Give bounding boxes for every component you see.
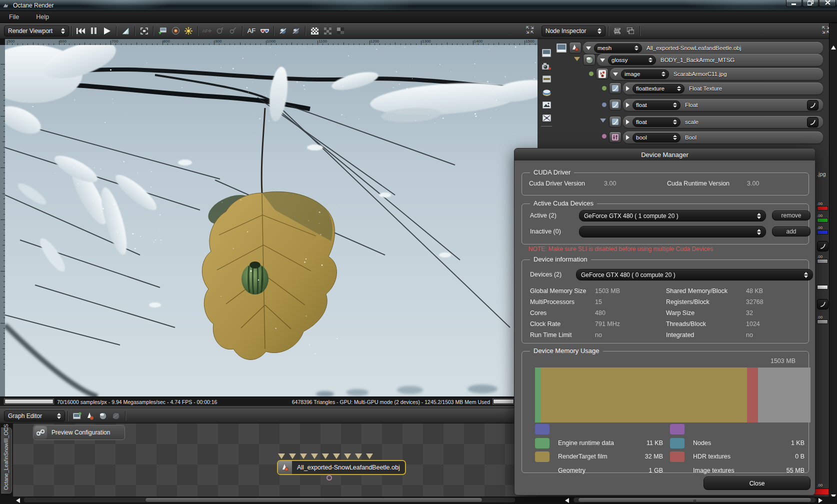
node-row-bool[interactable]: bool Bool [623,132,823,144]
node-row-glossy[interactable]: glossy BODY_1_BackArmor_MTSG [597,54,823,66]
float-slider[interactable] [817,259,828,264]
scale-type-dropdown[interactable]: float [632,118,680,127]
float-slider[interactable] [817,320,828,324]
sub-sampling-icon[interactable] [334,25,347,37]
float-slider[interactable] [817,285,828,290]
daylight-icon[interactable] [182,25,195,37]
floattexture-node-icon[interactable] [609,82,622,94]
imager-icon[interactable] [541,100,552,110]
close-button[interactable] [819,0,836,7]
node-input-pin[interactable] [311,454,318,459]
filmstrip-icon[interactable] [541,74,552,84]
camera-lock-icon[interactable] [276,25,290,37]
rotate-pick-icon[interactable] [214,25,226,37]
background-alpha-icon[interactable] [321,25,334,37]
expand-nodes-icon[interactable] [624,25,637,37]
curve-editor-icon[interactable] [807,100,818,110]
inspector-scroll-left-icon[interactable] [565,498,569,503]
minimize-button[interactable] [786,0,802,7]
viewport-panel-select[interactable]: Render Viewport [4,26,69,36]
red-channel-slider[interactable] [817,206,828,210]
curve-editor-icon[interactable] [817,241,828,252]
collapse-arrow-icon[interactable] [613,72,618,76]
collapse-nodes-icon[interactable] [611,25,624,37]
inspector-panel-select[interactable]: Node Inspector [542,26,606,36]
float-node-icon[interactable] [609,99,622,110]
collapse-arrow-icon[interactable] [600,58,605,62]
document-tab[interactable]: Octane_LeafinSnowIII_OCS [1,428,12,494]
add-material-node-icon[interactable] [84,410,96,422]
camera-motion-icon[interactable] [290,25,302,37]
add-device-button[interactable]: add [772,226,810,236]
clay-mode-icon[interactable] [119,25,132,37]
menu-help[interactable]: Help [34,12,51,22]
node-input-pin[interactable] [300,454,307,459]
node-row-floattexture[interactable]: floattexture Float Texture [623,82,823,94]
scroll-up-icon[interactable] [830,44,836,51]
inactive-device-dropdown[interactable] [579,226,766,238]
inspector-vertical-scrollbar[interactable] [829,23,837,504]
bool-node-icon[interactable] [609,132,622,143]
expand-arrow-icon[interactable] [626,135,630,140]
node-input-pin[interactable] [278,454,285,459]
environment-icon[interactable] [541,87,552,97]
expand-arrow-icon[interactable] [626,102,630,108]
active-device-dropdown[interactable]: GeForce GTX 480 ( 1 compute 20 ) [579,210,766,222]
graph-scroll-thumb[interactable] [145,498,482,502]
node-input-pin[interactable] [322,454,329,459]
render-priority-icon[interactable] [169,25,182,37]
dialog-title-bar[interactable]: Device Manager [514,148,815,160]
node-row-float[interactable]: float Float [623,99,823,111]
curve-editor-icon[interactable] [817,299,828,310]
inspector-scroll-thumb[interactable] [578,498,812,502]
add-environment-node-icon[interactable] [110,410,122,422]
camera-icon[interactable] [541,61,552,71]
restart-icon[interactable] [74,25,88,37]
menu-file[interactable]: File [7,12,21,22]
af-label[interactable]: AF [245,25,258,37]
green-channel-slider[interactable] [817,218,828,222]
save-image-icon[interactable] [156,25,169,37]
blue-channel-slider[interactable] [817,230,828,234]
expand-arrow-icon[interactable] [626,86,630,91]
bool-type-dropdown[interactable]: bool [632,133,680,142]
node-row-scale[interactable]: float scale [623,116,823,128]
af-point-icon[interactable]: AF✛ [200,25,214,37]
graph-scroll-left-icon[interactable] [16,498,20,503]
close-dialog-button[interactable]: Close [704,476,810,490]
viewport-fullscreen-icon[interactable]: ⇱⇲⇲⇱ [526,26,534,34]
play-icon[interactable] [100,25,114,37]
node-input-pin[interactable] [355,454,362,459]
thumbnail-icon[interactable] [541,48,552,58]
float-type-dropdown[interactable]: float [632,100,680,110]
floattexture-type-dropdown[interactable]: floattexture [632,84,684,94]
curve-editor-icon[interactable] [807,117,818,128]
remove-device-button[interactable]: remove [772,210,810,220]
mesh-node-icon[interactable] [569,42,582,54]
mesh-type-dropdown[interactable]: mesh [594,44,642,53]
expand-arrow-icon[interactable] [626,120,630,124]
node-input-pin[interactable] [344,454,351,459]
graph-node-output-pin[interactable] [326,475,332,480]
material-pick-icon[interactable] [226,25,240,37]
node-row-mesh[interactable]: mesh All_exported-SnowLeafandBeetle.obj [583,42,823,54]
node-input-pin[interactable] [366,454,373,459]
device-info-dropdown[interactable]: GeForce GTX 480 ( 0 compute 20 ) [576,269,813,280]
add-texture-node-icon[interactable] [96,410,110,422]
anaglyph-icon[interactable] [258,25,271,37]
pause-icon[interactable] [88,25,100,37]
mesh-thumbnail-icon[interactable] [556,43,567,53]
image-node-icon[interactable] [596,68,608,80]
image-type-dropdown[interactable]: image [621,70,669,79]
inspector-scroll-right-icon[interactable] [818,498,822,503]
restore-button[interactable] [802,0,818,7]
graph-node-mesh[interactable]: All_exported-SnowLeafandBeetle.obj [277,460,406,475]
node-input-pin[interactable] [333,454,340,459]
node-input-pin[interactable] [289,454,296,459]
collapse-arrow-icon[interactable] [586,46,591,50]
glossy-node-icon[interactable] [583,54,596,66]
glossy-type-dropdown[interactable]: glossy [608,56,656,65]
alpha-channel-icon[interactable] [308,25,321,37]
graph-panel-select[interactable]: Graph Editor [4,410,65,422]
add-image-node-icon[interactable] [70,410,84,422]
